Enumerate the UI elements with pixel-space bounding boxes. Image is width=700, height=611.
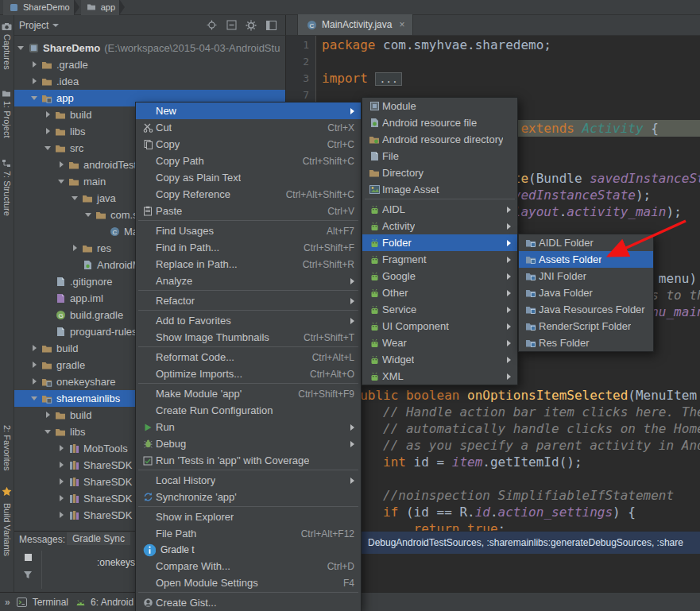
- menu-item-replace-in-path[interactable]: Replace in Path...Ctrl+Shift+R: [136, 256, 361, 273]
- filter-icon[interactable]: [21, 570, 34, 579]
- menu-item-paste[interactable]: PasteCtrl+V: [136, 203, 361, 219]
- new-item-image-asset[interactable]: Image Asset: [362, 181, 517, 198]
- folder-item-java-folder[interactable]: Java Folder: [519, 284, 653, 301]
- menu-item-optimize-imports[interactable]: Optimize Imports...Ctrl+Alt+O: [136, 365, 361, 382]
- menu-item-analyze[interactable]: Analyze: [136, 273, 361, 289]
- locate-icon[interactable]: [205, 20, 218, 30]
- new-item-ui-component[interactable]: UI Component: [362, 318, 517, 335]
- breadcrumb-sharedemo[interactable]: ShareDemo: [3, 0, 74, 15]
- expand-chevron-icon[interactable]: [44, 145, 52, 152]
- expand-chevron-icon[interactable]: [31, 345, 38, 352]
- menu-item-create-gist[interactable]: Create Gist...: [136, 594, 361, 611]
- new-item-google[interactable]: Google: [362, 268, 517, 284]
- menu-item-cut[interactable]: CutCtrl+X: [136, 119, 361, 136]
- star-icon[interactable]: [2, 485, 13, 497]
- tab-close-icon[interactable]: ×: [399, 19, 404, 30]
- folder-item-jni-folder[interactable]: JNI Folder: [519, 268, 653, 284]
- expand-chevron-icon[interactable]: [31, 395, 38, 402]
- expand-chevron-icon[interactable]: [58, 161, 65, 168]
- stop-icon[interactable]: [21, 553, 34, 562]
- toolbtn-structure[interactable]: 7: Structure: [2, 171, 12, 216]
- folder-item-java-resources-folder[interactable]: Java Resources Folder: [519, 301, 653, 318]
- menu-item-add-to-favorites[interactable]: Add to Favorites: [136, 312, 361, 329]
- new-item-file[interactable]: File: [362, 148, 517, 164]
- expand-chevron-icon[interactable]: [31, 95, 38, 102]
- expand-chevron-icon[interactable]: [58, 445, 65, 452]
- menu-item-make-module-app[interactable]: Make Module 'app'Ctrl+Shift+F9: [136, 385, 361, 402]
- menu-item-file-path[interactable]: File PathCtrl+Alt+F12: [136, 525, 361, 542]
- toolbtn-android-monitor[interactable]: 6: Android: [74, 597, 133, 608]
- menu-item-synchronize-app[interactable]: Synchronize 'app': [136, 489, 361, 505]
- menu-item-reformat-code[interactable]: Reformat Code...Ctrl+Alt+L: [136, 349, 361, 365]
- toolbtn-captures[interactable]: Captures: [2, 34, 12, 70]
- gear-icon[interactable]: [245, 20, 257, 31]
- camera-icon[interactable]: [2, 20, 13, 31]
- menu-item-show-image-thumbnails[interactable]: Show Image ThumbnailsCtrl+Shift+T: [136, 329, 361, 346]
- messages-tab-gradle-sync[interactable]: Gradle Sync: [67, 532, 130, 545]
- menu-item-debug[interactable]: Debug: [136, 435, 361, 452]
- toolbtn-favorites[interactable]: 2: Favorites: [2, 425, 12, 470]
- tree-row-sharedemo[interactable]: ShareDemo(E:\workspace\2015-04-03-Androi…: [14, 40, 285, 56]
- expand-chevron-icon[interactable]: [44, 128, 52, 135]
- tree-row-idea[interactable]: .idea: [14, 73, 285, 90]
- new-item-android-resource-directory[interactable]: Android resource directory: [362, 131, 517, 148]
- expand-chevron-icon[interactable]: [44, 428, 52, 435]
- folder-item-res-folder[interactable]: Res Folder: [519, 335, 653, 351]
- folder-item-aidl-folder[interactable]: AIDL Folder: [519, 234, 653, 251]
- new-item-android-resource-file[interactable]: Android resource file: [362, 114, 517, 131]
- new-item-activity[interactable]: Activity: [362, 218, 517, 234]
- menu-item-find-usages[interactable]: Find UsagesAlt+F7: [136, 222, 361, 239]
- new-item-service[interactable]: Service: [362, 301, 517, 318]
- expand-chevron-icon[interactable]: [17, 44, 25, 52]
- toolbtn-terminal[interactable]: Terminal: [16, 597, 68, 608]
- new-item-widget[interactable]: Widget: [362, 351, 517, 368]
- editor-tab-mainactivity[interactable]: C MainActivity.java ×: [297, 14, 413, 35]
- folder-item-assets-folder[interactable]: Assets Folder: [519, 251, 653, 268]
- new-item-folder[interactable]: Folder: [362, 234, 517, 251]
- new-item-other[interactable]: Other: [362, 284, 517, 301]
- menu-item-run-tests-in-app-with-coverage[interactable]: Run 'Tests in 'app'' with Coverage: [136, 452, 361, 469]
- expand-chevron-icon[interactable]: [58, 478, 65, 485]
- menu-item-find-in-path[interactable]: Find in Path...Ctrl+Shift+F: [136, 239, 361, 256]
- expand-chevron-icon[interactable]: [31, 61, 38, 68]
- project-toolwindow-icon[interactable]: [2, 87, 13, 98]
- hide-panel-icon[interactable]: [265, 21, 277, 30]
- toolbtn-project[interactable]: 1: Project: [2, 101, 12, 137]
- menu-item-copy-reference[interactable]: Copy ReferenceCtrl+Alt+Shift+C: [136, 186, 361, 203]
- tree-row-gradle[interactable]: .gradle: [14, 56, 285, 73]
- new-item-directory[interactable]: Directory: [362, 164, 517, 181]
- new-item-fragment[interactable]: Fragment: [362, 251, 517, 268]
- folder-item-renderscript-folder[interactable]: RenderScript Folder: [519, 318, 653, 335]
- expand-chevron-icon[interactable]: [44, 111, 52, 118]
- stripe-overflow-icon[interactable]: »: [5, 597, 10, 608]
- expand-chevron-icon[interactable]: [72, 195, 79, 202]
- new-item-wear[interactable]: Wear: [362, 335, 517, 351]
- expand-chevron-icon[interactable]: [31, 378, 38, 385]
- structure-icon[interactable]: [2, 157, 13, 168]
- menu-item-copy-path[interactable]: Copy PathCtrl+Shift+C: [136, 153, 361, 169]
- menu-item-show-in-explorer[interactable]: Show in Explorer: [136, 509, 361, 525]
- expand-chevron-icon[interactable]: [31, 362, 38, 369]
- new-item-xml[interactable]: XML: [362, 368, 517, 385]
- project-panel-title[interactable]: Project: [19, 20, 48, 31]
- menu-item-compare-with[interactable]: Compare With...Ctrl+D: [136, 558, 361, 574]
- collapse-all-icon[interactable]: [225, 20, 238, 30]
- expand-chevron-icon[interactable]: [58, 495, 65, 502]
- menu-item-local-history[interactable]: Local History: [136, 472, 361, 489]
- expand-chevron-icon[interactable]: [85, 211, 92, 218]
- menu-item-open-module-settings[interactable]: Open Module SettingsF4: [136, 574, 361, 591]
- menu-item-copy[interactable]: CopyCtrl+C: [136, 136, 361, 153]
- new-item-module[interactable]: Module: [362, 98, 517, 114]
- expand-chevron-icon[interactable]: [58, 178, 65, 185]
- new-item-aidl[interactable]: AIDL: [362, 201, 517, 218]
- expand-chevron-icon[interactable]: [58, 462, 65, 469]
- expand-chevron-icon[interactable]: [31, 78, 38, 85]
- menu-item-new[interactable]: New: [136, 102, 361, 119]
- breadcrumb-app[interactable]: app: [81, 0, 119, 15]
- menu-item-refactor[interactable]: Refactor: [136, 292, 361, 309]
- menu-item-create-run-configuration[interactable]: Create Run Configuration: [136, 402, 361, 419]
- menu-item-run[interactable]: Run: [136, 419, 361, 435]
- expand-chevron-icon[interactable]: [58, 512, 65, 519]
- expand-chevron-icon[interactable]: [44, 412, 52, 419]
- toolbtn-build-variants[interactable]: Build Variants: [2, 503, 12, 556]
